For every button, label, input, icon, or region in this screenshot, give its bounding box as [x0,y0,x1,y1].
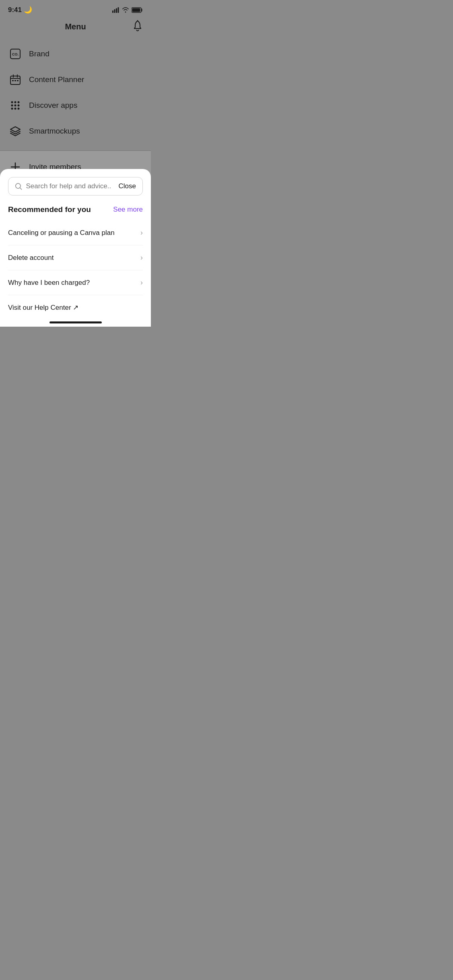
bell-icon[interactable] [132,20,143,34]
svg-text:CO.: CO. [12,52,19,56]
chevron-right-icon: › [140,253,143,262]
time-display: 9:41 [8,6,22,14]
svg-line-34 [20,188,22,189]
help-item-cancel-plan[interactable]: Canceling or pausing a Canva plan › [8,220,143,245]
grid-icon [10,100,21,111]
svg-point-22 [11,108,13,110]
svg-point-23 [14,108,16,110]
brand-label: Brand [29,49,49,58]
help-item-delete-account[interactable]: Delete account › [8,245,143,270]
recommended-header: Recommended for you See more [8,205,143,214]
help-item-text: Delete account [8,254,54,262]
status-bar: 9:41 🌙 [0,0,151,17]
menu-item-brand[interactable]: CO. Brand [0,41,151,67]
page-title: Menu [65,22,86,31]
status-time: 9:41 🌙 [8,6,32,14]
battery-icon [132,7,143,13]
visit-help-center-link[interactable]: Visit our Help Center ↗ [8,295,143,317]
search-input[interactable] [26,182,111,190]
svg-rect-5 [132,8,140,12]
smartmockups-label: Smartmockups [29,127,80,136]
recommended-title: Recommended for you [8,205,91,214]
help-item-charged[interactable]: Why have I been charged? › [8,270,143,295]
svg-point-17 [14,101,16,103]
panel-home-indicator-area [8,317,143,327]
visit-help-text: Visit our Help Center ↗ [8,303,78,312]
svg-point-18 [18,101,20,103]
svg-point-21 [18,105,20,107]
brand-icon: CO. [10,48,21,60]
status-icons [112,7,143,13]
svg-rect-0 [112,10,113,13]
svg-rect-14 [14,80,16,81]
svg-point-20 [14,105,16,107]
panel-home-indicator [49,321,102,323]
see-more-link[interactable]: See more [113,206,143,214]
chevron-right-icon: › [140,278,143,287]
chevron-right-icon: › [140,229,143,237]
svg-point-24 [18,108,20,110]
svg-rect-3 [118,7,119,13]
svg-rect-2 [116,8,117,13]
calendar-icon [10,74,21,85]
discover-apps-label: Discover apps [29,101,77,110]
search-icon [15,182,22,190]
menu-section-1: CO. Brand Content Planner [0,38,151,150]
layers-icon [10,126,21,137]
page-header: Menu [0,17,151,38]
moon-icon: 🌙 [24,6,32,14]
svg-rect-1 [114,9,115,13]
content-planner-label: Content Planner [29,75,84,84]
menu-item-content-planner[interactable]: Content Planner [0,67,151,93]
close-button[interactable]: Close [115,182,136,190]
wifi-icon [122,7,129,13]
svg-rect-13 [12,80,14,81]
search-bar[interactable]: Close [8,177,143,196]
svg-point-16 [11,101,13,103]
signal-icon [112,7,119,13]
help-item-text: Why have I been charged? [8,279,90,287]
menu-item-discover-apps[interactable]: Discover apps [0,93,151,118]
svg-rect-15 [17,80,19,81]
svg-point-19 [11,105,13,107]
help-item-text: Canceling or pausing a Canva plan [8,229,115,237]
menu-item-smartmockups[interactable]: Smartmockups [0,118,151,144]
help-panel: Close Recommended for you See more Cance… [0,169,151,327]
